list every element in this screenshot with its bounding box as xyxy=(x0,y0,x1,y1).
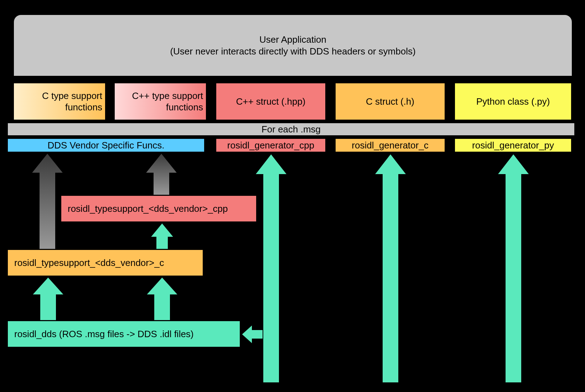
svg-marker-7 xyxy=(31,153,63,249)
arrow-idl-left xyxy=(32,277,64,320)
user-application-title: User Application xyxy=(259,34,326,46)
svg-marker-2 xyxy=(497,154,529,383)
cpp-type-support-label: C++ type support functions xyxy=(118,90,203,113)
rosidl-typesupport-c-box: rosidl_typesupport_<dds_vendor>_c xyxy=(7,249,203,276)
arrow-idl-right xyxy=(146,277,178,320)
c-struct-box: C struct (.h) xyxy=(335,83,445,120)
python-class-box: Python class (.py) xyxy=(454,83,572,120)
c-struct-label: C struct (.h) xyxy=(366,96,414,108)
cpp-type-support-box: C++ type support functions xyxy=(114,83,207,120)
rosidl-generator-cpp-label: rosidl_generator_cpp xyxy=(227,140,314,151)
arrow-ts-c-to-dds xyxy=(31,153,63,249)
rosidl-typesupport-cpp-box: rosidl_typesupport_<dds_vendor>_cpp xyxy=(61,195,257,222)
arrow-ts-c-to-ts-cpp xyxy=(150,223,174,249)
cpp-struct-box: C++ struct (.hpp) xyxy=(216,83,326,120)
svg-marker-1 xyxy=(374,154,407,383)
rosidl-typesupport-c-label: rosidl_typesupport_<dds_vendor>_c xyxy=(14,257,164,269)
c-type-support-box: C type support functions xyxy=(13,83,106,120)
arrow-msg-c xyxy=(374,154,407,383)
svg-marker-8 xyxy=(145,153,177,195)
rosidl-generator-py-label: rosidl_generator_py xyxy=(472,140,554,151)
dds-vendor-funcs-box: DDS Vendor Specific Funcs. xyxy=(7,138,205,152)
svg-marker-5 xyxy=(146,277,178,320)
user-application-subtitle: (User never interacts directly with DDS … xyxy=(170,46,415,57)
rosidl-typesupport-cpp-label: rosidl_typesupport_<dds_vendor>_cpp xyxy=(68,203,228,215)
rosidl-generator-c-label: rosidl_generator_c xyxy=(352,140,428,151)
rosidl-dds-box: rosidl_dds (ROS .msg files -> DDS .idl f… xyxy=(7,320,240,347)
for-each-msg-bar: For each .msg xyxy=(7,122,575,136)
arrow-ts-cpp-to-dds xyxy=(145,153,177,195)
rosidl-generator-py-box: rosidl_generator_py xyxy=(454,138,572,152)
python-class-label: Python class (.py) xyxy=(476,96,550,108)
arrow-label-msg-py: .msg xyxy=(532,295,552,306)
arrow-msg-py xyxy=(497,154,529,383)
rosidl-generator-c-box: rosidl_generator_c xyxy=(335,138,445,152)
arrow-label-msg-cpp: .msg xyxy=(289,295,309,306)
rosidl-dds-label: rosidl_dds (ROS .msg files -> DDS .idl f… xyxy=(14,328,194,340)
arrow-msg-to-rosidl-dds xyxy=(242,325,263,344)
svg-marker-0 xyxy=(255,154,287,383)
svg-marker-6 xyxy=(150,223,174,249)
rosidl-generator-cpp-box: rosidl_generator_cpp xyxy=(216,138,326,152)
arrow-label-idl-right: .idl xyxy=(180,295,192,306)
for-each-msg-label: For each .msg xyxy=(262,124,321,135)
dds-vendor-funcs-label: DDS Vendor Specific Funcs. xyxy=(47,140,164,151)
svg-marker-4 xyxy=(32,277,64,320)
user-application-box: User Application (User never interacts d… xyxy=(13,14,573,77)
c-type-support-label: C type support functions xyxy=(17,90,102,113)
arrow-label-idl-left: .idl xyxy=(66,295,78,306)
svg-marker-3 xyxy=(242,325,263,344)
arrow-label-msg-c: .msg xyxy=(409,295,429,306)
cpp-struct-label: C++ struct (.hpp) xyxy=(236,96,305,108)
arrow-msg-cpp xyxy=(255,154,287,383)
